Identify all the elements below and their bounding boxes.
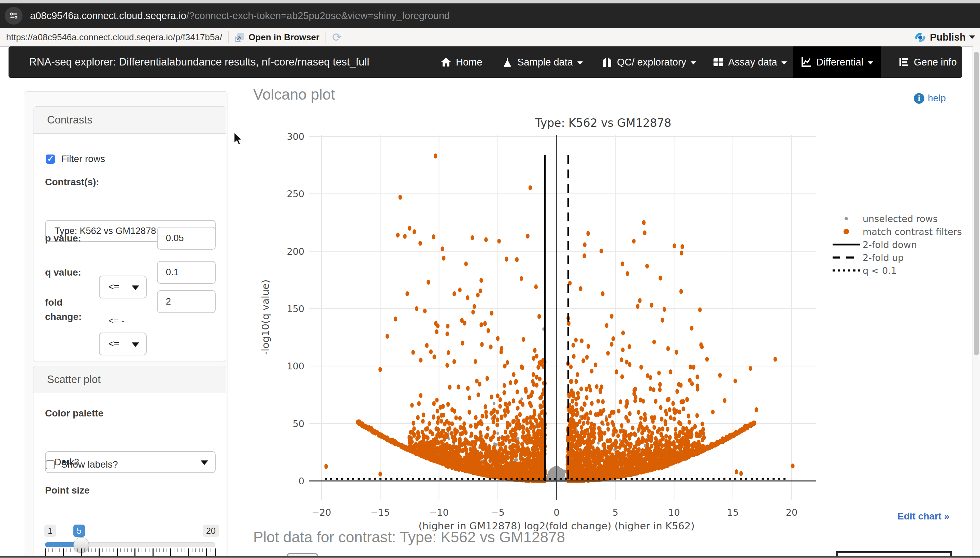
nav-label: Differential [816, 57, 863, 68]
p-value-operator-select[interactable]: <= [99, 276, 147, 299]
help-link[interactable]: i help [914, 93, 946, 104]
nav-item-sample-data[interactable]: Sample data [495, 46, 590, 78]
slider-minor-tick [127, 548, 128, 552]
open-in-browser-button[interactable]: Open in Browser [248, 32, 319, 43]
scrollbar-thumb[interactable] [974, 52, 979, 355]
slider-minor-tick [181, 548, 181, 552]
refresh-icon[interactable]: ⟳ [332, 30, 342, 44]
window-bottom-edge [0, 556, 980, 558]
legend-marker-icon [830, 240, 863, 249]
scatter-title: Scatter plot [47, 374, 101, 386]
svg-text:15: 15 [727, 507, 739, 518]
chevron-down-icon [868, 61, 873, 64]
legend-item: q < 0.1 [830, 264, 897, 277]
legend-label: match contrast filters [863, 226, 962, 237]
p-value-label: p value: [45, 233, 81, 244]
app-navbar: RNA-seq explorer: Differentialabundance … [8, 46, 962, 78]
slider-major-tick [206, 548, 207, 556]
filter-rows-checkbox[interactable] [46, 154, 55, 164]
table-icon [713, 57, 724, 67]
slider-minor-tick [92, 548, 92, 552]
volcano-plot-heading: Volcano plot [253, 86, 335, 103]
filter-rows-checkbox-row[interactable]: Filter rows [46, 153, 105, 164]
fc-operator-overflow-text: <= - [109, 315, 124, 326]
slider-major-tick [45, 548, 46, 556]
slider-minor-tick [120, 548, 121, 552]
nav-item-differential[interactable]: Differential [793, 46, 881, 78]
slider-minor-tick [48, 548, 49, 552]
slider-minor-tick [67, 548, 67, 552]
slider-minor-tick [141, 548, 142, 552]
slider-minor-tick [113, 548, 113, 552]
slider-minor-tick [102, 548, 103, 552]
connect-toolbar: https://a08c9546a.connect.cloud.seqera.i… [0, 28, 980, 47]
svg-text:100: 100 [287, 361, 304, 371]
slider-minor-tick [202, 548, 203, 552]
legend-item: 2-fold down [830, 238, 917, 251]
contrasts-panel: Contrasts Filter rows Contrast(s): Type:… [33, 107, 226, 362]
slider-major-tick [215, 548, 216, 556]
show-labels-label: Show labels? [61, 459, 118, 470]
nav-item-assay-data[interactable]: Assay data [705, 46, 794, 78]
slider-minor-tick [166, 548, 167, 552]
svg-text:−20: −20 [312, 507, 331, 518]
q-value-operator-select[interactable]: <= [99, 333, 147, 355]
filter-rows-label: Filter rows [61, 153, 105, 164]
p-operator-value: <= [109, 282, 119, 292]
slider-minor-tick [52, 548, 53, 552]
browser-address-bar[interactable]: a08c9546a.connect.cloud.seqera.io/?conne… [0, 3, 980, 28]
page-url[interactable]: a08c9546a.connect.cloud.seqera.io/?conne… [30, 10, 450, 21]
fold-change-input[interactable]: 2 [157, 290, 215, 313]
legend-marker-icon [830, 265, 863, 276]
show-labels-checkbox[interactable] [46, 460, 55, 469]
slider-minor-tick [145, 548, 146, 552]
q-value-input[interactable]: 0.1 [157, 261, 215, 284]
svg-text:0: 0 [554, 507, 559, 518]
publish-button[interactable]: Publish [914, 28, 975, 46]
legend-label: unselected rows [863, 213, 938, 224]
point-size-slider[interactable]: 152013579111315171920 [33, 499, 226, 557]
connect-logo-icon [914, 31, 926, 43]
nav-label: Home [456, 57, 482, 68]
legend-item: unselected rows [830, 212, 938, 225]
plot-legend: unselected rowsmatch contrast filters2-f… [830, 212, 966, 284]
url-params: /?connect-exch-token=ab25pu2ose&view=shi… [186, 10, 450, 21]
tune-icon [8, 10, 19, 21]
nav-item-qc-exploratory[interactable]: QC/ exploratory [594, 46, 704, 78]
svg-text:Type: K562 vs GM12878: Type: K562 vs GM12878 [535, 116, 671, 130]
slider-minor-tick [195, 548, 196, 552]
mouse-cursor [233, 132, 247, 147]
slider-min-badge: 1 [44, 525, 56, 537]
legend-item: 2-fold up [830, 251, 904, 264]
show-labels-checkbox-row[interactable]: Show labels? [46, 459, 118, 470]
slider-minor-tick [138, 548, 139, 552]
contrasts-panel-header: Contrasts [33, 107, 226, 134]
slider-major-tick [135, 548, 135, 556]
slider-minor-tick [163, 548, 164, 552]
nav-item-home[interactable]: Home [433, 46, 490, 78]
edit-chart-link[interactable]: Edit chart » [898, 511, 949, 522]
slider-minor-tick [199, 548, 200, 552]
slider-minor-tick [59, 548, 60, 552]
site-settings-button[interactable] [5, 7, 23, 25]
nav-item-gene-info[interactable]: Gene info [891, 46, 964, 78]
chevron-down-icon [781, 61, 787, 64]
svg-text:250: 250 [287, 189, 304, 199]
legend-marker-icon [830, 226, 863, 237]
chevron-down-icon [132, 286, 139, 290]
chevron-down-icon [132, 343, 139, 347]
slider-value-badge: 5 [73, 525, 85, 537]
slider-minor-tick [210, 548, 211, 552]
deployed-url: https://a08c9546a.connect.cloud.seqera.i… [6, 32, 222, 43]
fold-change-label-2: change: [45, 312, 82, 322]
nav-label: QC/ exploratory [617, 57, 686, 68]
q-value-label: q value: [45, 267, 81, 278]
p-value-input[interactable]: 0.05 [157, 227, 215, 249]
divider [326, 31, 326, 43]
chevron-down-icon [201, 460, 208, 465]
volcano-plot[interactable]: Type: K562 vs GM12878050100150200250300−… [253, 113, 826, 542]
slider-minor-tick [84, 548, 85, 552]
external-link-icon [235, 32, 245, 42]
publish-label: Publish [930, 32, 966, 43]
slider-minor-tick [149, 548, 150, 552]
